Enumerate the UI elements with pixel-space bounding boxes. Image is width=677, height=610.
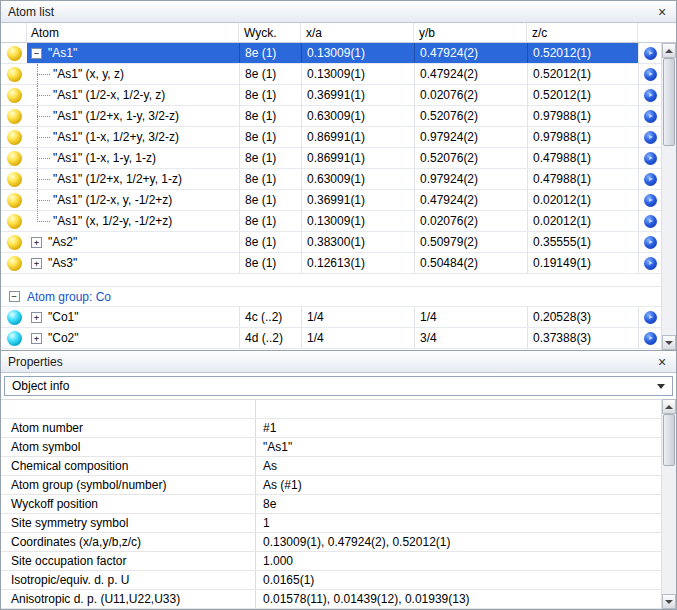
property-row[interactable]: Wyckoff position8e [1,495,661,514]
properties-view-select[interactable]: Object info [4,376,673,396]
atom-name-cell: +"As3" [27,253,239,273]
arrow-up-icon [665,49,673,53]
expand-box-icon[interactable]: + [31,333,42,344]
atom-row[interactable]: +"As3"8e (1)0.12613(1)0.50484(2)0.19149(… [1,253,661,274]
property-row[interactable]: Site symmetry symbol1 [1,514,661,533]
action-cell [638,85,661,105]
atom-action-button[interactable] [644,311,657,324]
atom-row[interactable]: "As1" (1/2-x, 1/2-y, z)8e (1)0.36991(1)0… [1,85,661,106]
action-cell [638,43,661,63]
close-icon[interactable]: × [655,355,669,369]
collapse-box-icon[interactable]: − [31,48,42,59]
atom-name-cell: +"Co2" [27,328,239,348]
icon-column-header[interactable] [1,23,27,42]
atom-row[interactable]: +"Co1"4c (..2)1/41/40.20528(3) [1,307,661,328]
scrollbar-thumb[interactable] [663,58,675,146]
property-name: Anisotropic d. p. (U11,U22,U33) [1,590,256,608]
properties-panel: Properties × Object info Atom number#1At… [1,351,676,609]
cell-zc: 0.20528(3) [527,307,638,327]
property-row[interactable]: Atom symbol"As1" [1,438,661,457]
cell-zc: 0.52012(1) [527,85,638,105]
column-header-zc[interactable]: z/c [527,23,638,42]
scrollbar-thumb[interactable] [663,414,675,466]
atom-action-button[interactable] [644,173,657,186]
atom-row[interactable]: "As1" (x, 1/2-y, -1/2+z)8e (1)0.13009(1)… [1,211,661,232]
property-value: 8e [256,495,661,513]
property-value-header [256,400,661,418]
column-header-yb[interactable]: y/b [414,23,527,42]
property-row[interactable]: Chemical compositionAs [1,457,661,476]
atom-row[interactable]: "As1" (x, y, z)8e (1)0.13009(1)0.47924(2… [1,64,661,85]
atom-row[interactable]: −"As1"8e (1)0.13009(1)0.47924(2)0.52012(… [1,43,661,64]
scroll-up-button[interactable] [662,399,676,414]
atom-label: "Co2" [48,331,79,345]
atom-row[interactable]: "As1" (1/2+x, 1-y, 3/2-z)8e (1)0.63009(1… [1,106,661,127]
property-name: Isotropic/equiv. d. p. U [1,571,256,589]
atom-row[interactable]: "As1" (1-x, 1-y, 1-z)8e (1)0.86991(1)0.5… [1,148,661,169]
atom-action-button[interactable] [644,152,657,165]
cell-yb: 0.97924(2) [414,169,527,189]
atom-action-button[interactable] [644,47,657,60]
atom-row[interactable]: +"As2"8e (1)0.38300(1)0.50979(2)0.35555(… [1,232,661,253]
atom-name-cell: "As1" (1/2+x, 1/2+y, 1-z) [27,169,239,189]
atom-label: "As1" (x, 1/2-y, -1/2+z) [53,214,172,228]
cell-wyck: 4d (..2) [239,328,301,348]
property-value: As [256,457,661,475]
close-icon[interactable]: × [655,5,669,19]
action-cell [638,190,661,210]
atom-name-cell: "As1" (1/2-x, 1/2-y, z) [27,85,239,105]
scrollbar-track[interactable] [662,58,676,335]
scroll-down-button[interactable] [662,594,676,609]
action-cell [638,211,661,231]
yellow-atom-sphere-icon [7,46,22,61]
cell-yb: 0.50979(2) [414,232,527,252]
expand-box-icon[interactable]: + [31,312,42,323]
atom-action-button[interactable] [644,89,657,102]
cell-yb: 0.47924(2) [414,64,527,84]
cell-zc: 0.97988(1) [527,127,638,147]
properties-scrollbar[interactable] [661,399,676,609]
cell-zc: 0.35555(1) [527,232,638,252]
column-header-atom[interactable]: Atom [27,23,239,42]
scrollbar-track[interactable] [662,414,676,594]
atom-list-scrollbar[interactable] [661,43,676,350]
column-header-xa[interactable]: x/a [301,23,414,42]
atom-action-button[interactable] [644,236,657,249]
atom-group-header-row[interactable]: −Atom group: Co [1,287,661,307]
cell-yb: 3/4 [414,328,527,348]
property-name: Atom symbol [1,438,256,456]
expand-box-icon[interactable]: + [31,258,42,269]
property-row[interactable]: Coordinates (x/a,y/b,z/c)0.13009(1), 0.4… [1,533,661,552]
atom-action-button[interactable] [644,257,657,270]
atom-row[interactable]: "As1" (1-x, 1/2+y, 3/2-z)8e (1)0.86991(1… [1,127,661,148]
property-row[interactable]: Atom group (symbol/number)As (#1) [1,476,661,495]
property-row[interactable]: Site occupation factor1.000 [1,552,661,571]
atom-action-button[interactable] [644,215,657,228]
atom-action-button[interactable] [644,131,657,144]
atom-action-button[interactable] [644,68,657,81]
property-value: #1 [256,419,661,437]
atom-label: "As3" [48,256,77,270]
atom-label: "As1" (1/2-x, 1/2-y, z) [53,88,165,102]
expand-box-icon[interactable]: + [31,237,42,248]
column-header-wyck[interactable]: Wyck. [239,23,301,42]
atom-label: "As1" (1/2+x, 1-y, 3/2-z) [53,109,179,123]
atom-action-button[interactable] [644,110,657,123]
property-row[interactable]: Atom number#1 [1,419,661,438]
properties-titlebar[interactable]: Properties × [1,351,676,373]
cell-wyck: 8e (1) [239,85,301,105]
property-row[interactable]: Anisotropic d. p. (U11,U22,U33)0.01578(1… [1,590,661,609]
scroll-down-button[interactable] [662,335,676,350]
collapse-box-icon[interactable]: − [9,291,20,302]
atom-row[interactable]: "As1" (1/2+x, 1/2+y, 1-z)8e (1)0.63009(1… [1,169,661,190]
property-row[interactable]: Isotropic/equiv. d. p. U0.0165(1) [1,571,661,590]
atom-row[interactable]: "As1" (1/2-x, y, -1/2+z)8e (1)0.36991(1)… [1,190,661,211]
atom-list-titlebar[interactable]: Atom list × [1,1,676,23]
atom-label: "As1" (1-x, 1/2+y, 3/2-z) [53,130,179,144]
column-header-filler [638,23,676,42]
yellow-atom-sphere-icon [7,214,22,229]
scroll-up-button[interactable] [662,43,676,58]
atom-action-button[interactable] [644,332,657,345]
atom-row[interactable]: +"Co2"4d (..2)1/43/40.37388(3) [1,328,661,349]
atom-action-button[interactable] [644,194,657,207]
